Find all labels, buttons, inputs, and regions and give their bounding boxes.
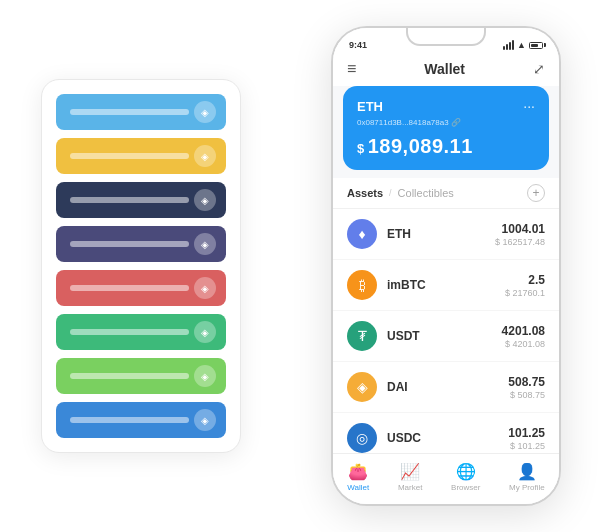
stack-card-4[interactable]: ◈ (56, 270, 226, 306)
asset-amounts-eth: 1004.01$ 162517.48 (495, 222, 545, 247)
stack-card-7[interactable]: ◈ (56, 402, 226, 438)
asset-amount-eth: 1004.01 (495, 222, 545, 236)
tab-divider: / (389, 188, 392, 198)
asset-name-eth: ETH (387, 227, 495, 241)
asset-icon-eth: ♦ (347, 219, 377, 249)
card-icon-5: ◈ (194, 321, 216, 343)
nav-icon-browser: 🌐 (456, 462, 476, 481)
asset-item-imbtc[interactable]: ₿imBTC2.5$ 21760.1 (333, 260, 559, 311)
assets-tabs: Assets / Collectibles (347, 187, 454, 199)
phone-mockup: 9:41 ▲ ≡ Wallet ⤢ (331, 26, 561, 506)
phone-screen: 9:41 ▲ ≡ Wallet ⤢ (333, 28, 559, 504)
asset-amounts-imbtc: 2.5$ 21760.1 (505, 273, 545, 298)
stack-card-1[interactable]: ◈ (56, 138, 226, 174)
asset-amount-usdc: 101.25 (508, 426, 545, 440)
card-icon-4: ◈ (194, 277, 216, 299)
battery-icon (529, 42, 543, 49)
add-asset-button[interactable]: + (527, 184, 545, 202)
asset-item-usdc[interactable]: ◎USDC101.25$ 101.25 (333, 413, 559, 453)
asset-icon-imbtc: ₿ (347, 270, 377, 300)
asset-usd-eth: $ 162517.48 (495, 237, 545, 247)
asset-name-dai: DAI (387, 380, 508, 394)
asset-item-eth[interactable]: ♦ETH1004.01$ 162517.48 (333, 209, 559, 260)
asset-amount-usdt: 4201.08 (502, 324, 545, 338)
stack-card-3[interactable]: ◈ (56, 226, 226, 262)
asset-icon-usdc: ◎ (347, 423, 377, 453)
card-icon-1: ◈ (194, 145, 216, 167)
card-icon-3: ◈ (194, 233, 216, 255)
eth-card-label: ETH (357, 99, 383, 114)
phone-header: ≡ Wallet ⤢ (333, 54, 559, 86)
asset-amount-dai: 508.75 (508, 375, 545, 389)
signal-icon (503, 40, 514, 50)
menu-icon[interactable]: ≡ (347, 60, 356, 78)
card-icon-6: ◈ (194, 365, 216, 387)
nav-label-market: Market (398, 483, 422, 492)
asset-usd-dai: $ 508.75 (508, 390, 545, 400)
tab-collectibles[interactable]: Collectibles (398, 187, 454, 199)
nav-item-my-profile[interactable]: 👤My Profile (509, 462, 545, 492)
asset-name-imbtc: imBTC (387, 278, 505, 292)
asset-name-usdt: USDT (387, 329, 502, 343)
asset-icon-dai: ◈ (347, 372, 377, 402)
asset-usd-imbtc: $ 21760.1 (505, 288, 545, 298)
eth-balance: $189,089.11 (357, 135, 535, 158)
nav-icon-my-profile: 👤 (517, 462, 537, 481)
asset-name-usdc: USDC (387, 431, 508, 445)
asset-amounts-usdc: 101.25$ 101.25 (508, 426, 545, 451)
status-icons: ▲ (503, 40, 543, 50)
phone-notch (406, 28, 486, 46)
nav-item-market[interactable]: 📈Market (398, 462, 422, 492)
card-stack: ◈◈◈◈◈◈◈◈ (41, 79, 241, 453)
nav-item-browser[interactable]: 🌐Browser (451, 462, 480, 492)
nav-label-wallet: Wallet (347, 483, 369, 492)
bottom-nav: 👛Wallet📈Market🌐Browser👤My Profile (333, 453, 559, 504)
nav-label-my-profile: My Profile (509, 483, 545, 492)
asset-usd-usdt: $ 4201.08 (502, 339, 545, 349)
nav-item-wallet[interactable]: 👛Wallet (347, 462, 369, 492)
asset-item-dai[interactable]: ◈DAI508.75$ 508.75 (333, 362, 559, 413)
eth-card-menu[interactable]: ··· (523, 98, 535, 114)
asset-item-usdt[interactable]: ₮USDT4201.08$ 4201.08 (333, 311, 559, 362)
asset-list: ♦ETH1004.01$ 162517.48₿imBTC2.5$ 21760.1… (333, 209, 559, 453)
eth-address: 0x08711d3B...8418a78a3 🔗 (357, 118, 535, 127)
asset-amounts-dai: 508.75$ 508.75 (508, 375, 545, 400)
nav-icon-market: 📈 (400, 462, 420, 481)
card-icon-2: ◈ (194, 189, 216, 211)
asset-usd-usdc: $ 101.25 (508, 441, 545, 451)
stack-card-6[interactable]: ◈ (56, 358, 226, 394)
eth-card[interactable]: ETH ··· 0x08711d3B...8418a78a3 🔗 $189,08… (343, 86, 549, 170)
nav-label-browser: Browser (451, 483, 480, 492)
stack-card-0[interactable]: ◈ (56, 94, 226, 130)
expand-icon[interactable]: ⤢ (533, 61, 545, 77)
scene: ◈◈◈◈◈◈◈◈ 9:41 ▲ (21, 16, 581, 516)
stack-card-5[interactable]: ◈ (56, 314, 226, 350)
card-icon-7: ◈ (194, 409, 216, 431)
stack-card-2[interactable]: ◈ (56, 182, 226, 218)
nav-icon-wallet: 👛 (348, 462, 368, 481)
page-title: Wallet (424, 61, 465, 77)
card-icon-0: ◈ (194, 101, 216, 123)
asset-amount-imbtc: 2.5 (505, 273, 545, 287)
tab-assets[interactable]: Assets (347, 187, 383, 199)
assets-header: Assets / Collectibles + (333, 178, 559, 209)
asset-icon-usdt: ₮ (347, 321, 377, 351)
status-time: 9:41 (349, 40, 367, 50)
wifi-icon: ▲ (517, 40, 526, 50)
asset-amounts-usdt: 4201.08$ 4201.08 (502, 324, 545, 349)
